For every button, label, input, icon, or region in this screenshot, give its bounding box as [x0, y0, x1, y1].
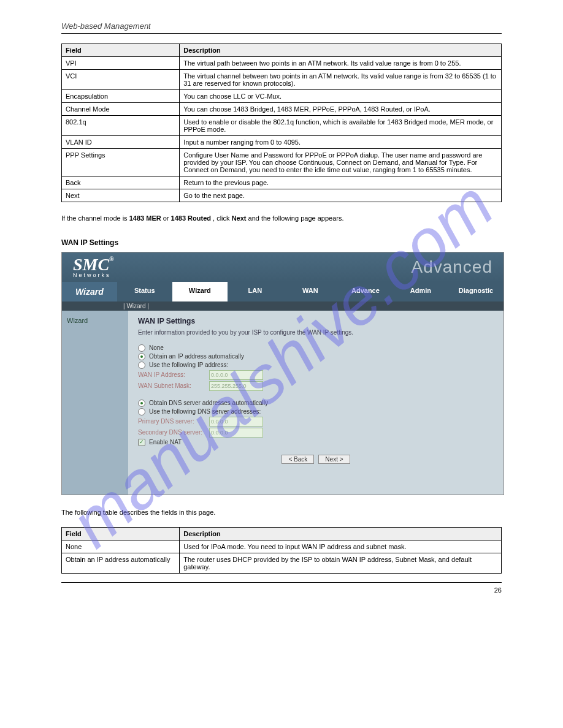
logo-sub: Networks — [73, 272, 114, 278]
advanced-label: Advanced — [411, 257, 492, 277]
radio-use-dns[interactable] — [138, 408, 145, 415]
opt-use-ip-label: Use the following IP address: — [149, 362, 228, 368]
table-row: NextGo to the next page. — [62, 189, 502, 202]
cell-desc: The virtual path between two points in a… — [180, 57, 502, 70]
table-row: Channel ModeYou can choose 1483 Bridged,… — [62, 103, 502, 116]
table-row: Obtain an IP address automaticallyThe ro… — [62, 553, 502, 573]
next-button[interactable]: Next > — [318, 455, 350, 464]
fields-table-2: Field Description NoneUsed for IPoA mode… — [61, 527, 502, 574]
opt-use-dns-label: Use the following DNS server addresses: — [149, 408, 261, 415]
top-rule — [61, 33, 502, 34]
cell-field: Obtain an IP address automatically — [62, 553, 180, 573]
opt-none-label: None — [149, 344, 164, 351]
router-tabs: Wizard Status Wizard LAN WAN Advance Adm… — [62, 282, 504, 301]
subhead-wan-ip: WAN IP Settings — [61, 238, 502, 247]
subtab-bar: | Wizard | — [62, 301, 504, 311]
th-field: Field — [62, 44, 180, 57]
tab-advance[interactable]: Advance — [338, 282, 393, 301]
checkbox-enable-nat[interactable] — [138, 439, 145, 446]
cell-field: Next — [62, 189, 180, 202]
cell-desc: Used to enable or disable the 802.1q fun… — [180, 116, 502, 136]
router-sidebar: Wizard — [62, 311, 128, 495]
tab-wan[interactable]: WAN — [283, 282, 338, 301]
input-secondary-dns[interactable]: 0.0.0.0 — [209, 428, 263, 438]
desc-after-shot: The following table describes the fields… — [61, 509, 502, 516]
tab-wizard[interactable]: Wizard — [172, 282, 228, 301]
cell-field: VCI — [62, 70, 180, 90]
wan-subtitle: Enter information provided to you by you… — [138, 329, 494, 336]
table-row: BackReturn to the previous page. — [62, 176, 502, 189]
cell-desc: Return to the previous page. — [180, 176, 502, 189]
cell-field: VPI — [62, 57, 180, 70]
text-bold: 1483 MER — [129, 214, 161, 222]
lbl-primary-dns: Primary DNS server: — [138, 418, 205, 425]
logo-reg: ® — [109, 256, 113, 262]
lbl-wan-mask: WAN Subnet Mask: — [138, 382, 205, 389]
tab-status[interactable]: Status — [117, 282, 172, 301]
text: or — [163, 214, 171, 222]
text-bold: Next — [232, 214, 247, 222]
cell-desc: The virtual channel between two points i… — [180, 70, 502, 90]
cell-field: VLAN ID — [62, 136, 180, 149]
text-bold: 1483 Routed — [171, 214, 211, 222]
sidebar-item-wizard[interactable]: Wizard — [67, 317, 123, 324]
back-button[interactable]: < Back — [282, 455, 314, 464]
wizard-heading: Wizard — [62, 282, 117, 301]
fields-table-1: Field Description VPIThe virtual path be… — [61, 44, 502, 202]
cell-desc: You can choose 1483 Bridged, 1483 MER, P… — [180, 103, 502, 116]
table-row: PPP SettingsConfigure User Name and Pass… — [62, 149, 502, 176]
radio-use-ip[interactable] — [138, 362, 145, 369]
cell-field: PPP Settings — [62, 149, 180, 176]
cell-field: Channel Mode — [62, 103, 180, 116]
cell-desc: Used for IPoA mode. You need to input WA… — [180, 540, 502, 553]
table-row: VPIThe virtual path between two points i… — [62, 57, 502, 70]
table-row: NoneUsed for IPoA mode. You need to inpu… — [62, 540, 502, 553]
text: and the following page appears. — [248, 214, 344, 222]
cell-desc: Input a number ranging from 0 to 4095. — [180, 136, 502, 149]
table-row: VCIThe virtual channel between two point… — [62, 70, 502, 90]
router-main: WAN IP Settings Enter information provid… — [128, 311, 504, 495]
th-desc: Description — [180, 44, 502, 57]
table-row: VLAN IDInput a number ranging from 0 to … — [62, 136, 502, 149]
radio-obtain-ip[interactable] — [138, 353, 145, 360]
cell-field: 802.1q — [62, 116, 180, 136]
cell-field: Back — [62, 176, 180, 189]
text: , click — [213, 214, 232, 222]
chk-nat-label: Enable NAT — [149, 439, 182, 446]
cell-desc: Configure User Name and Password for PPP… — [180, 149, 502, 176]
after-table-para: If the channel mode is 1483 MER or 1483 … — [61, 213, 502, 224]
opt-obtain-dns-label: Obtain DNS server addresses automaticall… — [149, 400, 268, 406]
table-row: EncapsulationYou can choose LLC or VC-Mu… — [62, 90, 502, 103]
tab-diagnostic[interactable]: Diagnostic — [448, 282, 504, 301]
input-wan-ip[interactable]: 0.0.0.0 — [209, 370, 263, 380]
page-number: 26 — [61, 586, 502, 594]
text: If the channel mode is — [61, 214, 129, 222]
cell-desc: The router uses DHCP provided by the ISP… — [180, 553, 502, 573]
radio-obtain-dns[interactable] — [138, 400, 145, 407]
tab-lan[interactable]: LAN — [228, 282, 283, 301]
th-field: Field — [62, 527, 180, 540]
radio-none[interactable] — [138, 344, 145, 352]
cell-desc: You can choose LLC or VC-Mux. — [180, 90, 502, 103]
section-title: Web-based Management — [61, 21, 502, 31]
cell-field: None — [62, 540, 180, 553]
th-desc: Description — [180, 527, 502, 540]
wan-title: WAN IP Settings — [138, 317, 494, 325]
input-primary-dns[interactable]: 0.0.0.0 — [209, 417, 263, 427]
logo-main: SMC — [73, 255, 109, 274]
router-topbar: SMC® Networks Advanced — [62, 252, 504, 282]
lbl-wan-ip: WAN IP Address: — [138, 371, 205, 378]
opt-obtain-ip-label: Obtain an IP address automatically — [149, 353, 244, 360]
bottom-rule — [61, 582, 502, 583]
tab-admin[interactable]: Admin — [393, 282, 448, 301]
cell-desc: Go to the next page. — [180, 189, 502, 202]
smc-logo-block: SMC® Networks — [73, 256, 114, 278]
lbl-secondary-dns: Secondary DNS server: — [138, 429, 205, 436]
cell-field: Encapsulation — [62, 90, 180, 103]
input-wan-mask[interactable]: 255.255.255.0 — [209, 381, 263, 391]
router-screenshot: SMC® Networks Advanced Wizard Status Wiz… — [61, 252, 504, 495]
table-row: 802.1qUsed to enable or disable the 802.… — [62, 116, 502, 136]
